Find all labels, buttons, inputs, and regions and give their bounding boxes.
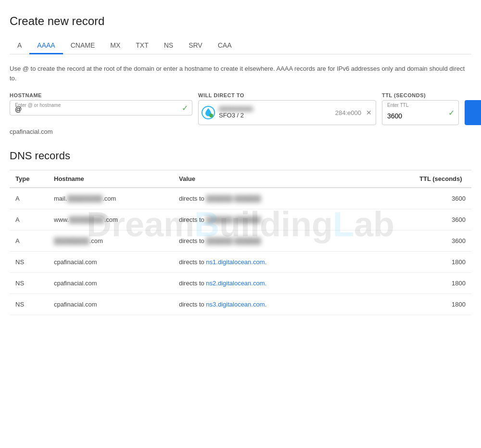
droplet-icon: [202, 106, 215, 119]
record-ttl: 3600: [414, 188, 471, 209]
record-hostname: mail.████████.com: [48, 188, 173, 209]
record-type: A: [10, 230, 48, 252]
tab-mx[interactable]: MX: [102, 38, 128, 54]
record-ttl: 3600: [414, 230, 471, 252]
record-type: NS: [10, 294, 48, 315]
dns-table: Type Hostname Value TTL (seconds) A mail…: [10, 170, 471, 315]
dns-section-title: DNS records: [10, 150, 471, 162]
record-hostname: ████████.com: [48, 230, 173, 252]
ttl-label: TTL (SECONDS): [382, 92, 459, 98]
hostname-input[interactable]: [10, 101, 192, 115]
page-title: Create new record: [10, 14, 471, 28]
submit-button[interactable]: [465, 100, 481, 125]
ttl-check-icon: ✓: [448, 108, 455, 117]
hostname-input-wrapper: Enter @ or hostname ✓: [10, 100, 192, 115]
col-header-type: Type: [10, 170, 48, 188]
tab-ns[interactable]: NS: [156, 38, 181, 54]
record-value: directs to ns1.digitalocean.com.: [173, 252, 414, 273]
record-ttl: 3600: [414, 209, 471, 230]
hostname-check-icon: ✓: [182, 103, 188, 113]
create-record-form: HOSTNAME Enter @ or hostname ✓ WILL DIRE…: [10, 92, 471, 125]
col-header-ttl: TTL (seconds): [414, 170, 471, 188]
record-type: A: [10, 188, 48, 209]
tab-bar: A AAAA CNAME MX TXT NS SRV CAA: [10, 38, 471, 54]
record-ttl: 1800: [414, 273, 471, 294]
table-row: A mail.████████.com directs to ██████ ██…: [10, 188, 471, 209]
ttl-field-group: TTL (SECONDS) Enter TTL ✓: [382, 92, 459, 125]
record-value: directs to ns3.digitalocean.com.: [173, 294, 414, 315]
will-direct-text: ██████████ SFO3 / 2: [219, 106, 331, 119]
server-name-blurred: ██████████: [219, 106, 331, 112]
record-hostname: cpafinacial.com: [48, 294, 173, 315]
record-value: directs to ns2.digitalocean.com.: [173, 273, 414, 294]
tab-a[interactable]: A: [10, 38, 29, 54]
record-ttl: 1800: [414, 252, 471, 273]
ttl-input[interactable]: [382, 103, 458, 122]
record-hostname: cpafinacial.com: [48, 252, 173, 273]
record-ttl: 1800: [414, 294, 471, 315]
server-location: SFO3 / 2: [219, 112, 331, 119]
tab-srv[interactable]: SRV: [181, 38, 210, 54]
record-type: NS: [10, 273, 48, 294]
record-hostname: cpafinacial.com: [48, 273, 173, 294]
tab-caa[interactable]: CAA: [210, 38, 240, 54]
table-row: A ████████.com directs to ██████ ██████ …: [10, 230, 471, 252]
table-row: NS cpafinacial.com directs to ns1.digita…: [10, 252, 471, 273]
clear-icon[interactable]: ✕: [366, 109, 372, 116]
ip-suffix: 284:e000: [335, 109, 361, 116]
status-dot: [209, 114, 213, 117]
domain-hint: cpafinacial.com: [10, 128, 471, 135]
record-type: A: [10, 209, 48, 230]
col-header-value: Value: [173, 170, 414, 188]
table-row: NS cpafinacial.com directs to ns2.digita…: [10, 273, 471, 294]
ttl-input-wrapper: Enter TTL ✓: [382, 100, 459, 125]
hostname-label: HOSTNAME: [10, 92, 192, 98]
record-value: directs to ██████ ██████: [173, 209, 414, 230]
record-hostname: www.████████.com: [48, 209, 173, 230]
description-text: Use @ to create the record at the root o…: [10, 64, 471, 83]
table-row: NS cpafinacial.com directs to ns3.digita…: [10, 294, 471, 315]
record-value: directs to ██████ ██████: [173, 188, 414, 209]
record-type: NS: [10, 252, 48, 273]
hostname-field-group: HOSTNAME Enter @ or hostname ✓: [10, 92, 192, 115]
tab-aaaa[interactable]: AAAA: [29, 38, 63, 54]
tab-cname[interactable]: CNAME: [63, 38, 103, 54]
will-direct-input-wrapper: ██████████ SFO3 / 2 284:e000 ✕: [198, 100, 376, 125]
will-direct-inner: ██████████ SFO3 / 2 284:e000: [199, 106, 376, 119]
table-row: A www.████████.com directs to ██████ ███…: [10, 209, 471, 230]
will-direct-field-group: WILL DIRECT TO ██████████ SFO3 / 2 284:e…: [198, 92, 376, 125]
record-value: directs to ██████ ██████: [173, 230, 414, 252]
col-header-hostname: Hostname: [48, 170, 173, 188]
will-direct-label: WILL DIRECT TO: [198, 92, 376, 98]
tab-txt[interactable]: TXT: [128, 38, 156, 54]
